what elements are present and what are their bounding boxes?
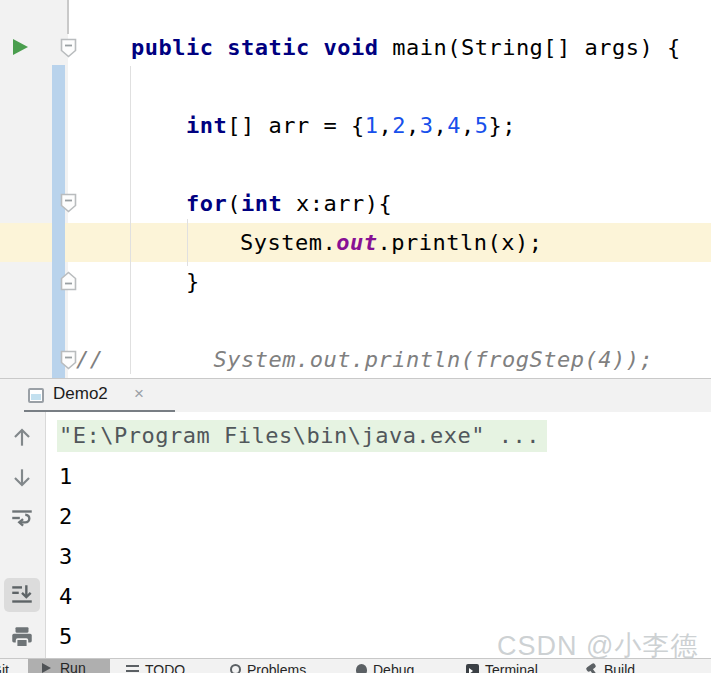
console-line: 1 xyxy=(59,457,73,497)
toolbar-item-debug[interactable]: Debug xyxy=(356,662,414,673)
console-line: 3 xyxy=(59,537,73,577)
console-line: 5 xyxy=(59,617,73,657)
console-icon xyxy=(28,388,44,403)
toolbar-item-run[interactable]: Run xyxy=(28,659,110,673)
fold-collapse-icon[interactable] xyxy=(60,38,77,58)
tab-demo2[interactable]: Demo2 × xyxy=(12,381,163,410)
debug-icon xyxy=(356,664,367,673)
code-line: public static void main(String[] args) { xyxy=(131,28,681,67)
problems-icon xyxy=(230,664,241,673)
play-icon xyxy=(42,663,51,673)
code-line: System.out.println(x); xyxy=(240,223,542,262)
scroll-to-end-icon[interactable] xyxy=(9,582,35,608)
fold-collapse-icon[interactable] xyxy=(60,193,77,213)
console-line: 2 xyxy=(59,497,73,537)
code-line: } xyxy=(186,262,200,301)
console-toolbar xyxy=(0,412,46,658)
up-arrow-icon[interactable] xyxy=(9,424,35,450)
close-icon[interactable]: × xyxy=(134,384,144,404)
toolbar-item-git[interactable]: Git xyxy=(0,662,9,673)
run-icon[interactable] xyxy=(13,39,28,55)
code-line: // System.out.println(frogStep(4)); xyxy=(76,340,653,379)
toolbar-item-todo[interactable]: TODO xyxy=(126,662,185,673)
terminal-icon xyxy=(466,664,479,673)
console-line: 4 xyxy=(59,577,73,617)
console-output[interactable]: "E:\Program Files\bin\java.exe" ... 1 2 … xyxy=(0,412,711,658)
fold-collapse-icon[interactable] xyxy=(60,350,77,370)
gutter-change-bar xyxy=(52,65,65,378)
toolbar-item-build[interactable]: Build xyxy=(586,662,635,673)
indent-guide xyxy=(187,219,188,266)
code-line: int[] arr = {1,2,3,4,5}; xyxy=(186,106,516,145)
printer-icon[interactable] xyxy=(9,624,35,650)
gutter-separator xyxy=(67,0,69,34)
run-tool-window: Demo2 × xyxy=(0,378,711,673)
tab-label: Demo2 xyxy=(53,384,108,404)
code-line: for(int x:arr){ xyxy=(186,184,392,223)
code-editor[interactable]: public static void main(String[] args) {… xyxy=(0,0,711,378)
soft-wrap-icon[interactable] xyxy=(9,505,35,531)
todo-icon xyxy=(126,665,139,673)
console-command-line: "E:\Program Files\bin\java.exe" ... xyxy=(57,416,547,456)
indent-guide xyxy=(130,66,131,374)
build-icon xyxy=(586,664,598,673)
toolbar-item-problems[interactable]: Problems xyxy=(230,662,306,673)
console-tab-bar: Demo2 × xyxy=(0,378,711,414)
ide-window: public static void main(String[] args) {… xyxy=(0,0,711,673)
down-arrow-icon[interactable] xyxy=(9,465,35,491)
tool-window-bar: Git Run TODO Problems Debug Terminal Bui… xyxy=(0,658,711,673)
toolbar-item-terminal[interactable]: Terminal xyxy=(466,662,538,673)
fold-end-icon[interactable] xyxy=(60,271,77,291)
